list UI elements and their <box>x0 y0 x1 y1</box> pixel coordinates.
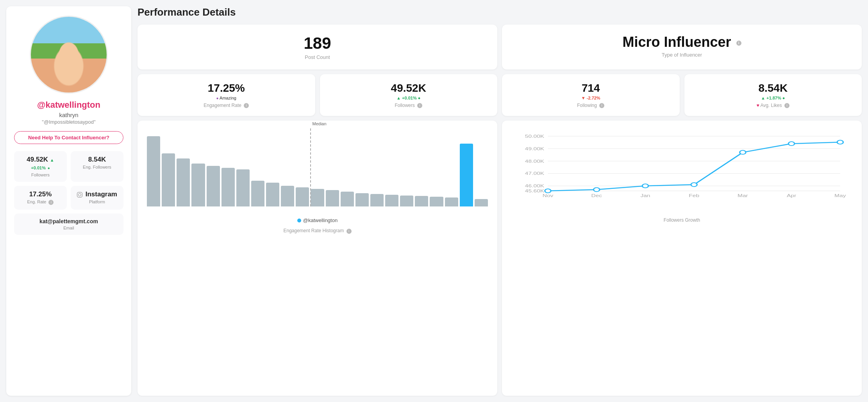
svg-text:50.00K: 50.00K <box>525 134 545 139</box>
followers-mid-value: 49.52K <box>326 82 491 94</box>
histogram-bar-1 <box>162 153 175 206</box>
profile-handle: @katwellington <box>37 100 100 110</box>
histogram-info-icon[interactable]: i <box>346 229 352 234</box>
eng-followers-label: Eng. Followers <box>76 165 118 169</box>
page-title: Performance Details <box>138 6 862 18</box>
engagement-rate-value: 17.25% <box>144 82 309 94</box>
histogram-bar-17 <box>400 196 413 206</box>
followers-trend: ▲ +0.01% ● <box>326 96 491 100</box>
svg-point-13 <box>593 188 600 192</box>
avatar <box>30 16 108 94</box>
following-label: Following i <box>508 103 673 108</box>
svg-text:Dec: Dec <box>591 194 602 198</box>
svg-point-15 <box>691 183 697 187</box>
line-chart: 50.00K49.00K48.00K47.00K46.00K45.60KNovD… <box>511 128 852 214</box>
followers-card: 49.52K ▲ +0.01% ● Followers i <box>320 74 498 116</box>
following-trend: ▼ -2.72% <box>508 96 673 100</box>
eng-followers-value: 8.54K <box>76 156 118 164</box>
histogram-bar-2 <box>177 158 190 206</box>
following-value: 714 <box>508 82 673 94</box>
post-count-card: 189 Post Count <box>138 25 497 69</box>
contact-influencer-button[interactable]: Need Help To Contact Influencer? <box>14 131 123 144</box>
platform-value: Instagram <box>76 190 118 198</box>
line-chart-svg: 50.00K49.00K48.00K47.00K46.00K45.60KNovD… <box>511 128 852 214</box>
histogram-bar-13 <box>341 192 354 206</box>
histogram-bar-22 <box>475 199 488 206</box>
profile-alias: "@Impossibletosaypod" <box>42 119 95 125</box>
svg-point-17 <box>788 142 795 146</box>
histogram-bar-7 <box>251 181 264 206</box>
histogram-bar-6 <box>236 169 250 206</box>
stats-grid: 49.52K ▲ +0.01% ● Followers 8.54K Eng. F… <box>14 151 123 210</box>
svg-point-16 <box>740 151 746 155</box>
histogram-bar-15 <box>370 194 384 206</box>
svg-text:48.00K: 48.00K <box>525 159 545 164</box>
followers-mid-label: Followers i <box>326 103 491 108</box>
influencer-type-value: Micro Influencer i <box>513 34 851 50</box>
email-value: kat@palettemgmt.com <box>20 218 118 224</box>
legend-dot <box>297 219 301 222</box>
histogram-bar-4 <box>207 166 220 206</box>
svg-text:Apr: Apr <box>787 194 797 198</box>
histogram-bar-19 <box>430 197 443 206</box>
svg-text:Jan: Jan <box>640 194 650 198</box>
right-panel: Performance Details 189 Post Count Micro… <box>138 0 868 402</box>
influencer-type-card: Micro Influencer i Type of Influencer <box>502 25 862 69</box>
influencer-type-label: Type of Influencer <box>513 52 851 58</box>
engagement-rate-info-icon[interactable]: i <box>244 103 249 108</box>
histogram-bar-14 <box>355 193 369 206</box>
histogram-bar-18 <box>415 196 428 206</box>
bottom-charts-row: Median @katwellington Engagement Rate Hi… <box>138 121 862 396</box>
eng-rate-info-icon[interactable]: i <box>48 200 54 205</box>
histogram-bar-8 <box>266 183 279 206</box>
avg-likes-value: 8.54K <box>691 82 856 94</box>
histogram-card: Median @katwellington Engagement Rate Hi… <box>138 121 497 396</box>
stat-eng-followers: 8.54K Eng. Followers <box>71 151 123 182</box>
histogram-bar-9 <box>281 186 294 206</box>
eng-rate-value: 17.25% <box>20 190 61 198</box>
following-info-icon[interactable]: i <box>599 103 604 108</box>
histogram-bar-21 <box>460 144 473 206</box>
histogram-label: Engagement Rate Histogram i <box>147 228 488 233</box>
svg-text:Nov: Nov <box>543 194 554 198</box>
histogram-chart: Median <box>147 128 488 214</box>
histogram-bar-11 <box>311 189 324 206</box>
avg-likes-trend: ▲ +1.87% ● <box>691 96 856 100</box>
avg-likes-info-icon[interactable]: i <box>784 103 789 108</box>
avg-likes-label: ♥ Avg. Likes i <box>691 103 856 108</box>
histogram-bar-10 <box>296 187 309 206</box>
svg-text:45.60K: 45.60K <box>525 189 545 193</box>
email-label: Email <box>20 226 118 230</box>
engagement-rate-card: 17.25% ● Amazing Engagement Rate i <box>138 74 315 116</box>
svg-text:May: May <box>834 194 846 198</box>
avatar-image <box>31 17 107 92</box>
middle-cards-row: 17.25% ● Amazing Engagement Rate i 49.52… <box>138 74 862 116</box>
instagram-icon <box>77 192 82 197</box>
stat-platform: Instagram Platform <box>71 186 123 210</box>
engagement-rate-label: Engagement Rate i <box>144 103 309 108</box>
eng-rate-label: Eng. Rate i <box>20 199 61 205</box>
histogram-bar-3 <box>191 164 205 206</box>
profile-name: kathryn <box>59 112 78 118</box>
svg-point-12 <box>545 189 551 193</box>
top-cards-row: 189 Post Count Micro Influencer i Type o… <box>138 25 862 69</box>
followers-growth-label: Followers Growth <box>511 217 852 223</box>
amazing-label: Amazing <box>220 96 236 100</box>
histogram-legend: @katwellington <box>147 217 488 223</box>
svg-point-18 <box>837 141 843 144</box>
avg-likes-card: 8.54K ▲ +1.87% ● ♥ Avg. Likes i <box>684 74 862 116</box>
followers-label: Followers <box>20 173 61 177</box>
svg-text:47.00K: 47.00K <box>525 172 545 176</box>
stat-eng-rate: 17.25% Eng. Rate i <box>14 186 67 210</box>
legend-handle: @katwellington <box>303 217 338 223</box>
post-count-label: Post Count <box>148 54 486 60</box>
histogram-bar-16 <box>385 195 398 206</box>
svg-text:Mar: Mar <box>738 194 748 198</box>
left-panel: @katwellington kathryn "@Impossibletosay… <box>6 6 131 396</box>
influencer-type-info-icon[interactable]: i <box>736 41 741 46</box>
histogram-bar-20 <box>445 197 458 206</box>
histogram-bar-5 <box>221 168 235 206</box>
followers-info-icon[interactable]: i <box>417 103 422 108</box>
median-label: Median <box>313 121 327 126</box>
platform-label: Platform <box>76 199 118 204</box>
